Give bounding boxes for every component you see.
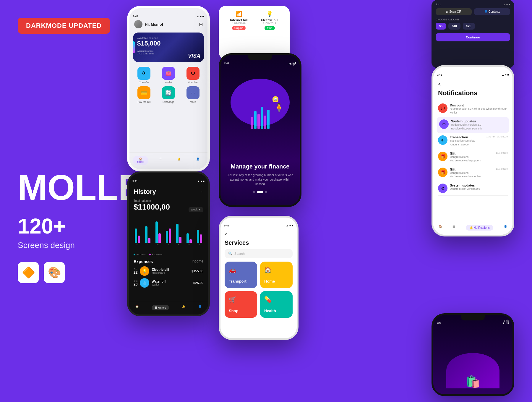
notif-system-2: ⚙ System updates Update Mollet version 2… — [438, 181, 508, 196]
notch-notifications — [461, 67, 485, 72]
income-tab[interactable]: Income — [192, 259, 203, 264]
visa-logo: VISA — [188, 53, 200, 59]
action-voucher[interactable]: ⚙ Voucher — [182, 67, 204, 84]
sketch-icon[interactable]: 🔶 — [18, 262, 39, 283]
more-icon: ⋯ — [186, 86, 200, 99]
expense-legend-dot — [149, 254, 151, 255]
dot-2 — [257, 191, 263, 193]
system-icon-2: ⚙ — [438, 184, 447, 193]
service-grid: 🚗 Transport 🏠 Home 🛒 Shop 💊 Health — [225, 262, 293, 318]
nav-user[interactable]: 👤 — [192, 156, 204, 165]
onboard-arc: 🛍️ — [446, 353, 499, 388]
home-header: Hi, Msmof ⊞ — [129, 18, 207, 30]
action-exchange[interactable]: 🔄 Exchange — [158, 86, 180, 103]
expense-water: Oct 20 💧 Water bill Wallet $25.00 — [134, 278, 203, 288]
contacts-btn[interactable]: 👤 Contacts — [474, 8, 510, 15]
income-legend-dot — [134, 254, 135, 255]
onboard2-inner: 9:41 ▲ ● ■ Skip 🛍️ — [433, 315, 512, 394]
voucher-icon: ⚙ — [186, 67, 200, 80]
notch-services — [247, 218, 270, 223]
bell-icon: 🔔 — [177, 158, 181, 161]
skip-btn-2[interactable]: Skip — [504, 319, 509, 322]
history-title: History — [134, 188, 156, 196]
pay-bill-icon: 💳 — [137, 86, 150, 99]
statusbar-home: 9:41 ▲ ● ■ — [129, 14, 207, 18]
wallet-icon: 👛 — [162, 67, 175, 80]
phone-onboard2: 9:41 ▲ ● ■ Skip 🛍️ — [432, 313, 514, 396]
avatar — [134, 20, 142, 28]
notif-nav-home[interactable]: 🏠 — [439, 225, 442, 231]
balance-card: Available balance $15,000 Account number… — [133, 33, 204, 62]
finance-title: Manage your finance — [231, 163, 290, 170]
expenses-section: Expenses Income Oct 22 💡 Electric bill M… — [134, 259, 203, 288]
notif-nav-notifications[interactable]: 🔔 Notifications — [466, 225, 493, 231]
bar-mon: M — [134, 228, 142, 246]
paid-badge: Paid — [265, 26, 275, 30]
gift-icon-2: 🎁 — [438, 168, 447, 177]
expenses-title: Expenses — [134, 259, 153, 264]
notch-home — [157, 8, 180, 14]
electric-bill: 💡 Electric bill 11/10/2019 Paid — [261, 11, 278, 30]
hist-nav-history[interactable]: ☰ History — [152, 305, 169, 310]
action-pay-bill[interactable]: 💳 Pay the bill — [133, 86, 155, 103]
history-header: History ← — [134, 188, 203, 196]
exchange-icon: 🔄 — [162, 86, 175, 99]
darkmode-badge: DARKMODE UPDATED — [18, 18, 110, 34]
notifications-title: Notifications — [438, 89, 508, 97]
service-shop[interactable]: 🛒 Shop — [225, 291, 257, 318]
amount-20[interactable]: $20 — [463, 23, 475, 30]
scan-qr-btn[interactable]: ⊞ Scan QR — [436, 8, 472, 15]
notif-discount: 🏷 Discount "Summer sale" 50% off in Boo … — [438, 101, 508, 117]
back-button-notif[interactable]: < — [438, 82, 508, 87]
notch-onboard2 — [461, 315, 485, 320]
bottom-nav-home: 🏠 Home ☰ 🔔 👤 — [129, 153, 207, 169]
bar-fri: F — [175, 224, 183, 246]
skip-button[interactable]: Skip — [289, 62, 295, 66]
hist-nav-home[interactable]: 🏠 — [135, 305, 139, 310]
action-transfer[interactable]: ✈ Transfer — [133, 67, 155, 84]
hist-nav-user[interactable]: 👤 — [198, 305, 202, 310]
bill-row: 📶 Internet bill 11/10/2019 Unpaid 💡 Elec… — [223, 11, 285, 30]
nav-bell[interactable]: 🔔 — [173, 156, 185, 165]
figma-icon[interactable]: 🎨 — [44, 262, 65, 283]
nav-list[interactable]: ☰ — [155, 156, 166, 165]
services-inner: < Services 🔍 Search 🚗 Transport 🏠 Home 🛒… — [220, 228, 297, 340]
menu-icon[interactable]: ⊞ — [199, 22, 203, 27]
nav-home[interactable]: 🏠 Home — [133, 156, 148, 165]
chart-legend: Incomes Expenses — [134, 253, 203, 256]
notif-system-updates: ⚙ System updates Update Mollet version 2… — [437, 117, 509, 133]
chart-area: M T W — [134, 216, 203, 252]
history-inner: History ← Total balance $11000,00 Week ▼… — [129, 183, 208, 316]
home-service-icon: 🏠 — [264, 266, 288, 273]
phone-history: 9:41 ▲ ● ■ History ← Total balance $1100… — [127, 171, 210, 316]
expense-electric: Oct 22 💡 Electric bill Mastercard $155.0… — [134, 266, 203, 276]
action-more[interactable]: ⋯ More — [182, 86, 204, 103]
service-home[interactable]: 🏠 Home — [260, 262, 293, 288]
action-wallet[interactable]: 👛 Wallet — [158, 67, 180, 84]
shop-icon: 🛒 — [229, 296, 253, 303]
electric-icon: 💡 — [140, 266, 149, 276]
history-nav: 🏠 ☰ History 🔔 👤 — [129, 302, 208, 315]
history-balance: $11000,00 — [134, 202, 170, 212]
notif-nav-list[interactable]: ☰ — [452, 225, 455, 231]
balance-label: Available balance — [137, 37, 200, 40]
service-health[interactable]: 💊 Health — [260, 291, 293, 318]
phone-notifications: 9:41 ▲ ● ■ < Notifications 🏷 Discount "S… — [432, 65, 514, 236]
amount-10[interactable]: $10 — [448, 23, 460, 30]
balance-label-history: Total balance — [134, 199, 203, 202]
scanqr-inner: 9:41 ▲ ● ■ ⊞ Scan QR 👤 Contacts CHOOSE A… — [432, 0, 514, 68]
service-transport[interactable]: 🚗 Transport — [225, 262, 257, 288]
transaction-icon: ✈ — [438, 135, 447, 145]
wifi-icon: 📶 — [230, 11, 248, 17]
continue-button[interactable]: Continue — [436, 33, 510, 41]
notif-nav-user[interactable]: 👤 — [504, 225, 507, 231]
search-icon: 🔍 — [228, 252, 233, 256]
user-icon: 👤 — [196, 158, 200, 161]
amount-5[interactable]: $5 — [436, 23, 446, 30]
back-button-services[interactable]: < — [225, 232, 293, 237]
notif-transaction: ✈ Transaction Transaction complete Amoun… — [438, 133, 508, 149]
week-selector[interactable]: Week ▼ — [189, 207, 203, 212]
hist-nav-bell[interactable]: 🔔 — [182, 305, 185, 310]
notifications-nav: 🏠 ☰ 🔔 Notifications 👤 — [433, 222, 512, 235]
search-placeholder[interactable]: Search — [234, 252, 245, 255]
